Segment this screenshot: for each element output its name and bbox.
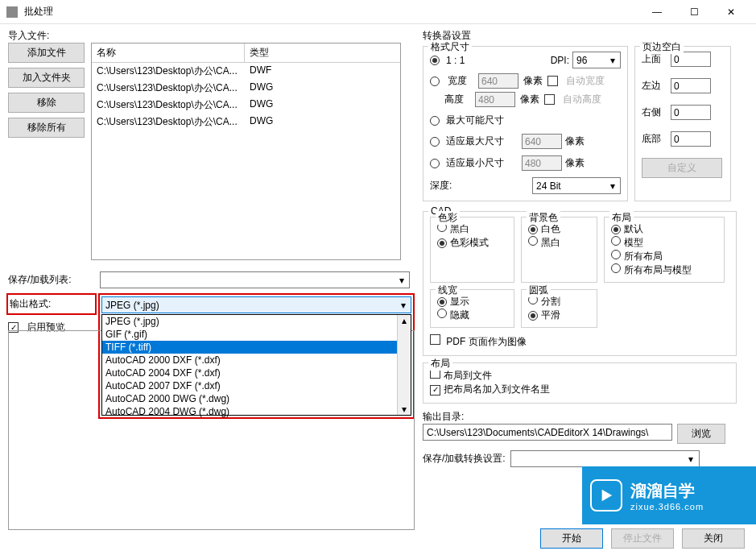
close-dialog-button[interactable]: 关闭 [682,528,745,549]
stop-button[interactable]: 停止文件 [611,528,674,549]
color-mode-radio[interactable] [437,238,447,248]
max-possible-radio[interactable] [430,116,440,126]
col-name[interactable]: 名称 [92,43,245,62]
table-row: C:\Users\123\Desktop\办公\CA...DWF [92,63,400,80]
window-title: 批处理 [24,5,638,19]
minimize-button[interactable]: — [638,0,675,24]
browse-button[interactable]: 浏览 [677,424,725,444]
dropdown-scrollbar[interactable]: ▴ ▾ [397,315,411,415]
maximize-button[interactable]: ☐ [675,0,713,24]
table-row: C:\Users\123\Desktop\办公\CA...DWG [92,97,400,114]
arc-smooth-radio[interactable] [528,311,538,321]
format-option[interactable]: AutoCAD 2004 DWG (*.dwg) [102,405,411,418]
bg-white-radio[interactable] [528,225,538,234]
save-load-settings-combo[interactable]: ▾ [510,450,700,467]
lw-show-radio[interactable] [437,297,447,307]
layout-all-model-radio[interactable] [611,263,621,273]
custom-margins-button[interactable]: 自定义 [642,158,722,178]
fit-min-input[interactable]: 480 [522,155,562,171]
import-label: 导入文件: [8,29,415,43]
col-type[interactable]: 类型 [245,43,400,62]
layout-model-radio[interactable] [611,236,621,246]
fit-min-radio[interactable] [430,159,440,168]
bg-black-radio[interactable] [528,236,538,246]
ratio-1-1-radio[interactable] [430,56,440,65]
margin-bottom-input[interactable]: 0 [671,131,711,147]
output-format-label: 输出格式: [8,295,95,313]
output-dir-input[interactable]: C:\Users\123\Documents\CADEditorX 14\Dra… [423,424,672,441]
margin-left-input[interactable]: 0 [671,78,711,93]
chevron-down-icon: ▾ [395,274,407,286]
format-option-selected[interactable]: TIFF (*.tiff) [102,341,411,354]
app-icon [6,6,18,18]
save-load-list-label: 保存/加载列表: [8,273,95,287]
remove-all-button[interactable]: 移除所有 [8,118,85,138]
titlebar: 批处理 — ☐ ✕ [0,0,756,24]
output-format-combo[interactable]: JPEG (*.jpg) ▾ [101,296,411,313]
fit-max-input[interactable]: 640 [522,134,562,149]
play-icon [590,479,622,512]
format-option[interactable]: GIF (*.gif) [102,328,411,341]
close-button[interactable]: ✕ [713,0,750,24]
auto-height-checkbox[interactable] [544,94,555,105]
cad-group: CAD 色彩 黑白 色彩模式 背景色 白色 黑白 布局 默认 模型 所有布局 [423,211,737,356]
svg-marker-0 [602,490,613,501]
table-row: C:\Users\123\Desktop\办公\CA...DWG [92,114,400,130]
format-option[interactable]: AutoCAD 2007 DXF (*.dxf) [102,379,411,392]
depth-combo[interactable]: 24 Bit▾ [532,177,621,194]
margins-group: 页边空白 上面0 左边0 右侧0 底部0 自定义 [634,46,731,201]
pdf-as-image-checkbox[interactable] [430,334,440,345]
file-list[interactable]: 名称 类型 C:\Users\123\Desktop\办公\CA...DWF C… [91,43,401,260]
layout-default-radio[interactable] [611,225,621,234]
dpi-combo[interactable]: 96▾ [572,52,621,68]
output-dir-label: 输出目录: [423,410,748,424]
start-button[interactable]: 开始 [540,528,603,549]
format-size-group: 格式尺寸 1 : 1 DPI: 96▾ 宽度 640 像素 自动宽度 高度 [423,46,628,201]
add-file-button[interactable]: 添加文件 [8,43,85,63]
size-wh-radio[interactable] [430,77,440,86]
output-format-dropdown[interactable]: JPEG (*.jpg) GIF (*.gif) TIFF (*.tiff) A… [101,314,411,416]
fit-max-radio[interactable] [430,137,440,147]
lw-hide-radio[interactable] [437,309,447,318]
format-option[interactable]: AutoCAD 2004 DXF (*.dxf) [102,367,411,379]
layout-group: 布局 布局到文件 ✓把布局名加入到文件名里 [423,362,737,404]
layout-add-name-checkbox[interactable]: ✓ [430,385,440,396]
output-format-value: JPEG (*.jpg) [105,300,159,311]
height-input[interactable]: 480 [475,92,515,107]
layout-all-radio[interactable] [611,250,621,259]
format-option[interactable]: JPEG (*.jpg) [102,315,411,328]
auto-width-checkbox[interactable] [547,76,558,86]
width-input[interactable]: 640 [478,73,518,89]
remove-button[interactable]: 移除 [8,93,85,113]
save-load-settings-label: 保存/加载转换设置: [423,452,506,466]
chevron-down-icon: ▾ [397,299,409,311]
format-option[interactable]: AutoCAD 2000 DXF (*.dxf) [102,354,411,367]
format-option[interactable]: AutoCAD 2000 DWG (*.dwg) [102,392,411,405]
watermark: 溜溜自学 zixue.3d66.com [582,466,756,524]
add-folder-button[interactable]: 加入文件夹 [8,68,85,88]
table-row: C:\Users\123\Desktop\办公\CA...DWG [92,80,400,97]
margin-right-input[interactable]: 0 [671,105,711,120]
save-load-list-combo[interactable]: ▾ [100,271,410,288]
